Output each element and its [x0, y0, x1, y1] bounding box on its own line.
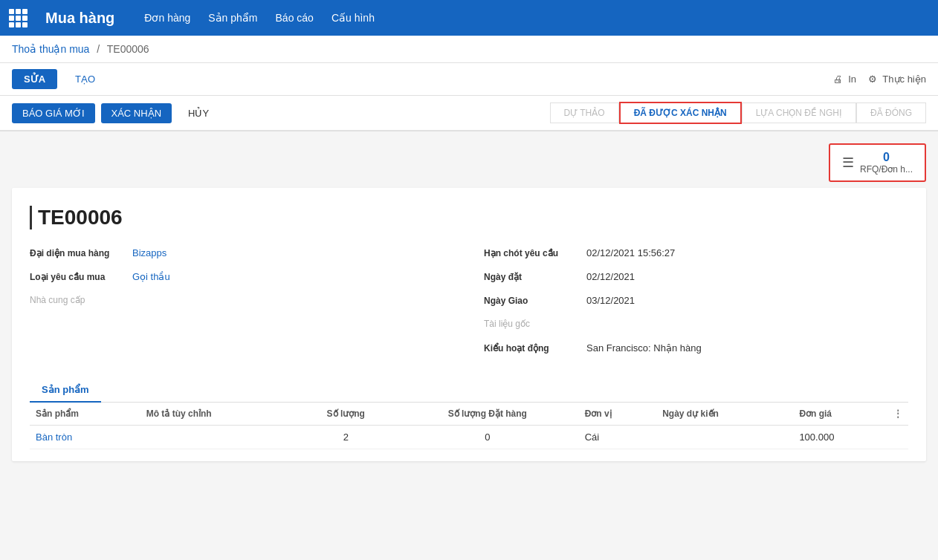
rfq-bar: ☰ 0 RFQ/Đơn h... — [12, 143, 926, 182]
nav-item-san-pham[interactable]: Sản phẩm — [208, 12, 257, 24]
han-chot-value: 02/12/2021 15:56:27 — [586, 247, 675, 258]
loai-yeu-cau-value[interactable]: Gọi thầu — [132, 271, 170, 282]
step-da-dong[interactable]: ĐÃ ĐÓNG — [856, 102, 926, 123]
grid-menu-icon[interactable] — [9, 9, 28, 27]
print-label: In — [848, 74, 856, 85]
form-right: Hạn chót yêu cầu 02/12/2021 15:56:27 Ngà… — [484, 247, 908, 360]
step-lua-chon-de-nghi-label: LỰA CHỌN ĐỀ NGHỊ — [756, 108, 842, 118]
kieu-hoat-dong-value: San Francisco: Nhận hàng — [586, 342, 702, 354]
sua-button[interactable]: SỬA — [12, 69, 57, 89]
col-options: ⋮ — [887, 403, 908, 426]
step-da-dong-label: ĐÃ ĐÓNG — [870, 108, 912, 118]
status-bar: BÁO GIÁ MỚI XÁC NHẬN HỦY DỰ THẢO ĐÃ ĐƯỢC… — [0, 96, 938, 131]
tab-san-pham-label: Sản phẩm — [42, 384, 89, 395]
col-mo-ta: Mô tả tùy chỉnh — [140, 403, 296, 426]
breadcrumb-current: TE00006 — [107, 43, 149, 55]
main-content: ☰ 0 RFQ/Đơn h... TE00006 Đại diện mua hà… — [0, 131, 938, 503]
thuc-hien-label: Thực hiện — [882, 74, 926, 85]
thuc-hien-button[interactable]: Thực hiện — [868, 74, 926, 85]
han-chot-label: Hạn chót yêu cầu — [484, 248, 580, 258]
form-card: TE00006 Đại diện mua hàng Bizapps Loại y… — [12, 188, 926, 461]
ngay-giao-row: Ngày Giao 03/12/2021 — [484, 295, 908, 313]
nav-item-bao-cao[interactable]: Báo cáo — [276, 12, 314, 24]
breadcrumb-parent[interactable]: Thoả thuận mua — [12, 43, 89, 55]
ngay-dat-value: 02/12/2021 — [586, 271, 635, 282]
nha-cung-cap-row: Nhà cung cấp — [30, 295, 454, 313]
col-so-luong: Số lượng — [296, 403, 396, 426]
dai-dien-row: Đại diện mua hàng Bizapps — [30, 247, 454, 265]
xac-nhan-button[interactable]: XÁC NHẬN — [101, 103, 172, 123]
rfq-button[interactable]: ☰ 0 RFQ/Đơn h... — [829, 143, 926, 182]
row-ngay-du-kien — [656, 426, 793, 449]
tabs: Sản phẩm — [30, 378, 908, 403]
row-so-luong: 2 — [296, 426, 396, 449]
step-du-thao-label: DỰ THẢO — [564, 108, 605, 118]
form-left: Đại diện mua hàng Bizapps Loại yêu cầu m… — [30, 247, 454, 360]
row-options — [887, 426, 908, 449]
rfq-label: RFQ/Đơn h... — [860, 164, 913, 175]
han-chot-row: Hạn chót yêu cầu 02/12/2021 15:56:27 — [484, 247, 908, 265]
row-mo-ta — [140, 426, 296, 449]
ngay-giao-value: 03/12/2021 — [586, 295, 635, 306]
step-lua-chon-de-nghi[interactable]: LỰA CHỌN ĐỀ NGHỊ — [742, 102, 856, 123]
tab-san-pham[interactable]: Sản phẩm — [30, 378, 101, 403]
nav-item-don-hang[interactable]: Đơn hàng — [144, 12, 190, 24]
table-row: Bàn tròn 2 0 Cái 100.000 — [30, 426, 908, 449]
action-bar-right: In Thực hiện — [833, 74, 927, 85]
dai-dien-label: Đại diện mua hàng — [30, 248, 126, 258]
form-grid: Đại diện mua hàng Bizapps Loại yêu cầu m… — [30, 247, 908, 360]
action-bar: SỬA TẠO In Thực hiện — [0, 63, 938, 96]
ngay-giao-label: Ngày Giao — [484, 296, 580, 306]
tai-lieu-goc-row: Tài liệu gốc — [484, 319, 908, 336]
dai-dien-value[interactable]: Bizapps — [132, 247, 166, 258]
app-title: Mua hàng — [45, 10, 114, 27]
bao-gia-moi-button[interactable]: BÁO GIÁ MỚI — [12, 103, 95, 123]
gear-icon — [868, 74, 880, 85]
print-button[interactable]: In — [833, 74, 856, 85]
tai-lieu-goc-label: Tài liệu gốc — [484, 319, 580, 329]
top-nav: Mua hàng Đơn hàng Sản phẩm Báo cáo Cấu h… — [0, 0, 938, 36]
kieu-hoat-dong-label: Kiểu hoạt động — [484, 343, 580, 354]
col-ngay-du-kien: Ngày dự kiến — [656, 403, 793, 426]
row-don-vi: Cái — [579, 426, 657, 449]
ngay-dat-row: Ngày đặt 02/12/2021 — [484, 271, 908, 289]
tao-button[interactable]: TẠO — [66, 69, 104, 89]
breadcrumb-separator: / — [97, 43, 100, 55]
row-don-gia: 100.000 — [793, 426, 887, 449]
nha-cung-cap-label: Nhà cung cấp — [30, 295, 126, 305]
step-da-duoc-xac-nhan-label: ĐÃ ĐƯỢC XÁC NHẬN — [634, 108, 727, 118]
row-san-pham[interactable]: Bàn tròn — [30, 426, 140, 449]
print-icon — [833, 74, 846, 85]
product-table: Sản phẩm Mô tả tùy chỉnh Số lượng Số lượ… — [30, 403, 908, 449]
rfq-info: 0 RFQ/Đơn h... — [860, 151, 913, 175]
kieu-hoat-dong-row: Kiểu hoạt động San Francisco: Nhận hàng — [484, 342, 908, 360]
status-steps: DỰ THẢO ĐÃ ĐƯỢC XÁC NHẬN LỰA CHỌN ĐỀ NGH… — [550, 102, 927, 124]
step-da-duoc-xac-nhan[interactable]: ĐÃ ĐƯỢC XÁC NHẬN — [619, 102, 742, 124]
loai-yeu-cau-label: Loại yêu cầu mua — [30, 272, 126, 282]
rfq-count: 0 — [860, 151, 913, 164]
step-du-thao[interactable]: DỰ THẢO — [550, 102, 619, 123]
col-don-vi: Đơn vị — [579, 403, 657, 426]
form-id: TE00006 — [30, 206, 908, 229]
huy-button[interactable]: HỦY — [178, 103, 219, 123]
col-so-luong-dat: Số lượng Đặt hàng — [396, 403, 579, 426]
col-san-pham: Sản phẩm — [30, 403, 140, 426]
ngay-dat-label: Ngày đặt — [484, 272, 580, 282]
row-so-luong-dat: 0 — [396, 426, 579, 449]
breadcrumb: Thoả thuận mua / TE00006 — [0, 36, 938, 63]
col-options-icon[interactable]: ⋮ — [893, 408, 902, 419]
col-don-gia: Đơn giá — [793, 403, 887, 426]
rfq-icon: ☰ — [842, 154, 854, 171]
loai-yeu-cau-row: Loại yêu cầu mua Gọi thầu — [30, 271, 454, 289]
nav-item-cau-hinh[interactable]: Cấu hình — [331, 12, 375, 24]
